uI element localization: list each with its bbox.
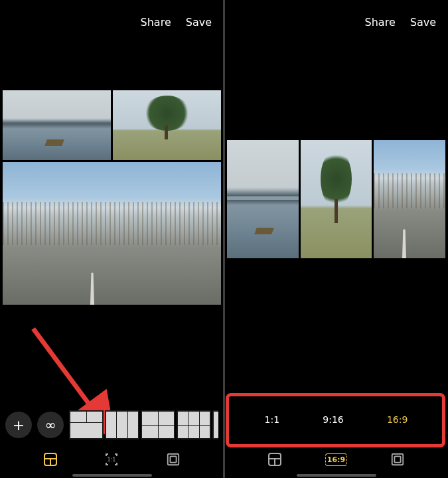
- svg-rect-5: [168, 454, 179, 465]
- aspect-option-9-16[interactable]: 9:16: [323, 414, 343, 425]
- collage-photo-lake[interactable]: [227, 140, 299, 258]
- collage-photo-road[interactable]: [374, 140, 445, 258]
- aspect-option-16-9[interactable]: 16:9: [387, 414, 408, 425]
- collage-photo-lake[interactable]: [3, 90, 111, 160]
- aspect-ratio-panel: 1:1 9:16 16:9: [230, 393, 443, 446]
- tab-aspect-ratio[interactable]: 1:1: [103, 451, 120, 468]
- save-button[interactable]: Save: [410, 16, 436, 29]
- share-button[interactable]: Share: [141, 16, 171, 29]
- layout-template[interactable]: [69, 410, 104, 439]
- svg-rect-11: [394, 456, 400, 462]
- add-button[interactable]: +: [5, 412, 32, 438]
- home-indicator: [72, 474, 152, 477]
- layout-template[interactable]: [105, 410, 139, 439]
- tab-border[interactable]: [165, 451, 182, 468]
- svg-text:1:1: 1:1: [108, 457, 116, 463]
- shuffle-button[interactable]: ∞: [37, 412, 64, 438]
- collage-canvas[interactable]: [227, 140, 445, 258]
- header: Share Save: [224, 0, 448, 44]
- layout-toolbar: + ∞: [0, 405, 224, 445]
- layout-template[interactable]: [177, 410, 211, 439]
- svg-rect-10: [392, 454, 404, 465]
- tab-layout[interactable]: [42, 451, 59, 468]
- tab-aspect-ratio[interactable]: 16:9: [327, 451, 344, 468]
- bottom-tabs: 1:1: [0, 446, 224, 473]
- collage-canvas[interactable]: [3, 90, 221, 305]
- aspect-option-1-1[interactable]: 1:1: [265, 414, 280, 425]
- phone-screen-left: Share Save + ∞: [0, 0, 224, 478]
- tab-border[interactable]: [389, 451, 406, 468]
- home-indicator: [297, 474, 376, 477]
- collage-photo-tree[interactable]: [113, 90, 221, 160]
- svg-rect-6: [170, 456, 176, 462]
- collage-photo-road[interactable]: [3, 162, 221, 305]
- phone-screen-right: Share Save 1:1 9:16 16:9 16:9: [224, 0, 448, 478]
- header: Share Save: [0, 0, 224, 44]
- share-button[interactable]: Share: [365, 16, 396, 29]
- bottom-tabs: 16:9: [224, 446, 448, 473]
- layout-template[interactable]: [141, 410, 175, 439]
- layout-templates[interactable]: [69, 410, 218, 439]
- layout-template[interactable]: [212, 410, 218, 439]
- save-button[interactable]: Save: [186, 16, 212, 29]
- collage-photo-tree[interactable]: [301, 140, 372, 258]
- tab-layout[interactable]: [266, 451, 283, 468]
